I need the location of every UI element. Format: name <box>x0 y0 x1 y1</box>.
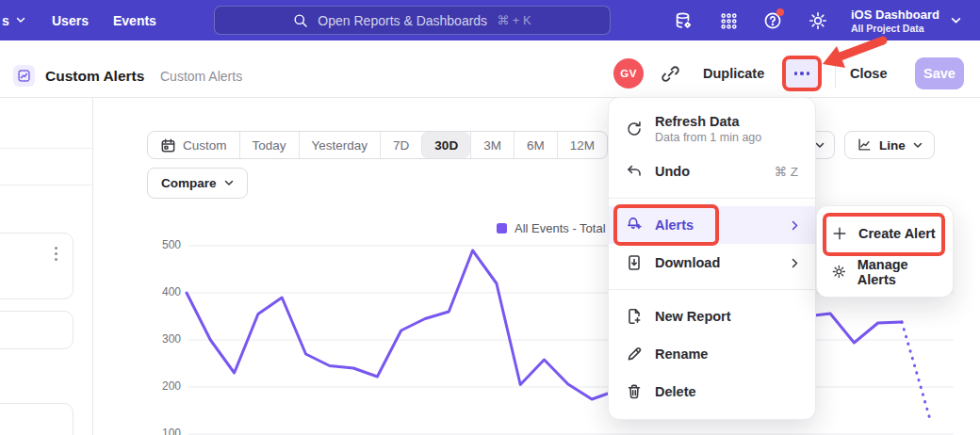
y-axis-tick-label: 300 <box>141 332 181 346</box>
nav-item-users[interactable]: Users <box>52 0 89 40</box>
menu-item-alerts[interactable]: Alerts <box>609 206 815 244</box>
query-builder-card[interactable] <box>0 311 74 349</box>
more-options-icon <box>794 72 798 75</box>
y-axis-tick-label: 100 <box>141 427 181 435</box>
menu-item-download[interactable]: Download <box>609 244 815 282</box>
manage-gear-icon <box>832 264 846 280</box>
nav-item-truncated[interactable]: s <box>2 0 25 40</box>
query-builder-card[interactable] <box>0 403 74 435</box>
search-shortcut: ⌘ + K <box>497 13 531 27</box>
sidebar-row-divider <box>0 185 92 185</box>
kebab-menu-icon[interactable] <box>55 247 57 261</box>
new-report-icon <box>626 308 643 325</box>
sidebar-row-divider <box>0 148 92 149</box>
sidebar-divider <box>92 98 93 435</box>
nav-item-label: s <box>2 13 9 28</box>
range-label: Custom <box>183 138 227 153</box>
report-icon <box>13 65 35 87</box>
page-title: Custom Alerts <box>45 68 144 85</box>
line-chart-icon <box>857 137 872 153</box>
menu-item-label: Undo <box>655 164 690 179</box>
chart-type-label: Line <box>879 138 906 153</box>
project-name: iOS Dashboard <box>851 8 939 23</box>
plus-icon <box>832 226 847 241</box>
menu-item-delete[interactable]: Delete <box>609 373 815 411</box>
chevron-right-icon <box>792 258 798 268</box>
menu-item-manage-alerts[interactable]: Manage Alerts <box>817 252 953 291</box>
undo-icon <box>626 163 643 180</box>
help-button[interactable] <box>762 10 783 31</box>
download-icon <box>626 254 643 271</box>
menu-item-label: Manage Alerts <box>858 257 938 287</box>
chart-line-projection <box>902 322 931 423</box>
search-icon <box>293 13 308 28</box>
save-button[interactable]: Save <box>915 57 964 89</box>
calendar-icon <box>160 137 176 153</box>
menu-item-undo[interactable]: Undo ⌘ Z <box>609 153 815 190</box>
chevron-down-icon <box>815 142 825 149</box>
data-management-button[interactable] <box>673 10 694 31</box>
alert-bell-plus-icon <box>626 217 643 234</box>
project-scope: All Project Data <box>851 23 939 35</box>
chevron-down-icon <box>224 180 234 186</box>
range-12m[interactable]: 12M <box>557 132 607 158</box>
y-axis-tick-label: 500 <box>141 238 181 251</box>
range-yesterday[interactable]: Yesterday <box>299 132 381 158</box>
breadcrumb: Custom Alerts <box>160 69 242 84</box>
nav-item-events[interactable]: Events <box>113 0 156 40</box>
undo-shortcut: ⌘ Z <box>775 164 799 179</box>
chevron-right-icon <box>792 220 798 231</box>
more-options-button[interactable] <box>782 56 822 91</box>
menu-item-rename[interactable]: Rename <box>609 335 815 373</box>
project-picker[interactable]: iOS Dashboard All Project Data <box>851 5 961 37</box>
menu-item-create-alert[interactable]: Create Alert <box>817 214 953 252</box>
range-3m[interactable]: 3M <box>470 132 514 158</box>
header-divider <box>835 59 836 88</box>
rename-pencil-icon <box>626 346 643 362</box>
share-link-button[interactable] <box>661 64 681 85</box>
date-range-control: Custom Today Yesterday 7D 30D 3M 6M 12M <box>147 131 608 159</box>
more-options-menu: Refresh Data Data from 1 min ago Undo ⌘ … <box>608 97 816 420</box>
menu-separator <box>609 198 815 199</box>
query-builder-card[interactable] <box>0 233 74 299</box>
duplicate-button[interactable]: Duplicate <box>703 66 764 81</box>
range-today[interactable]: Today <box>239 132 299 158</box>
y-axis-tick-label: 400 <box>141 285 181 298</box>
search-placeholder: Open Reports & Dashboards <box>318 13 487 28</box>
insights-chart-icon <box>17 69 31 83</box>
app-window: 500400300200100 All Events - Total Custo… <box>0 0 980 435</box>
notification-dot <box>776 8 784 16</box>
range-custom[interactable]: Custom <box>148 132 239 158</box>
report-header: Custom Alerts Custom Alerts GV Duplicate… <box>0 40 980 98</box>
range-30d-selected[interactable]: 30D <box>421 132 470 158</box>
range-6m[interactable]: 6M <box>514 132 557 158</box>
y-axis-tick-label: 200 <box>141 379 181 393</box>
chart-legend: All Events - Total <box>497 221 606 235</box>
gear-icon <box>808 11 827 30</box>
data-icon <box>674 11 693 30</box>
range-7d[interactable]: 7D <box>380 132 421 158</box>
compare-label: Compare <box>161 176 217 190</box>
menu-item-label: Download <box>655 255 720 270</box>
top-navigation: s Users Events Open Reports & Dashboards… <box>0 0 980 40</box>
compare-button[interactable]: Compare <box>147 168 248 199</box>
menu-item-label: Alerts <box>655 218 694 233</box>
legend-label: All Events - Total <box>514 221 606 235</box>
menu-item-new-report[interactable]: New Report <box>609 298 815 335</box>
legend-swatch <box>497 223 507 234</box>
settings-button[interactable] <box>808 10 828 31</box>
apps-grid-icon <box>720 12 738 30</box>
menu-item-label: Refresh Data <box>655 114 761 129</box>
refresh-status: Data from 1 min ago <box>655 131 761 144</box>
chart-type-button[interactable]: Line <box>844 131 935 159</box>
menu-item-refresh-data[interactable]: Refresh Data Data from 1 min ago <box>609 105 815 153</box>
menu-item-label: Create Alert <box>858 226 936 241</box>
refresh-icon <box>626 121 643 137</box>
close-button[interactable]: Close <box>850 66 888 81</box>
delete-trash-icon <box>626 383 643 400</box>
menu-item-label: Rename <box>655 346 708 362</box>
menu-separator <box>609 289 815 290</box>
search-input[interactable]: Open Reports & Dashboards ⌘ + K <box>214 6 611 35</box>
avatar[interactable]: GV <box>613 58 644 89</box>
apps-grid-button[interactable] <box>718 10 739 31</box>
